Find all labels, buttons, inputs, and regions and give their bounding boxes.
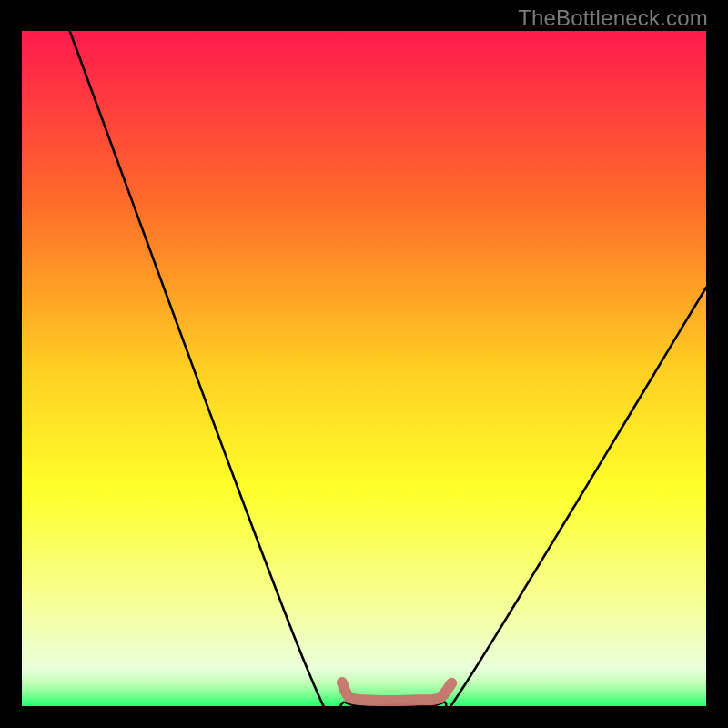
- bottleneck-chart: [22, 31, 706, 706]
- plot-area: [22, 31, 706, 706]
- watermark-text: TheBottleneck.com: [518, 5, 708, 31]
- chart-container: TheBottleneck.com: [0, 0, 728, 728]
- gradient-background: [22, 31, 706, 706]
